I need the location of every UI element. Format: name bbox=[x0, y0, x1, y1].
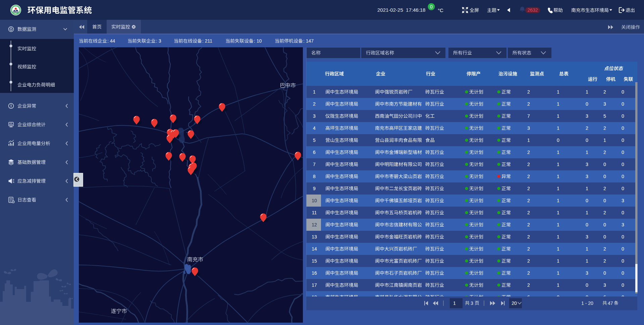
svg-text:1: 1 bbox=[557, 113, 559, 119]
svg-text:1: 1 bbox=[586, 246, 588, 252]
svg-text:1: 1 bbox=[586, 258, 588, 264]
svg-text:0: 0 bbox=[622, 113, 624, 119]
svg-text:: 147: : 147 bbox=[303, 38, 314, 44]
svg-text:1: 1 bbox=[603, 138, 606, 143]
svg-text:1: 1 bbox=[557, 174, 559, 179]
svg-text:3: 3 bbox=[586, 234, 588, 239]
svg-text:2: 2 bbox=[527, 186, 530, 191]
svg-text:1: 1 bbox=[586, 186, 588, 191]
svg-text:2: 2 bbox=[603, 125, 606, 131]
svg-text:20: 20 bbox=[512, 301, 517, 306]
svg-text:0: 0 bbox=[586, 101, 588, 107]
svg-text:3: 3 bbox=[471, 301, 473, 306]
svg-text:0: 0 bbox=[603, 222, 606, 227]
svg-text:2: 2 bbox=[527, 101, 530, 107]
svg-text:0: 0 bbox=[622, 186, 624, 191]
svg-text:1: 1 bbox=[557, 101, 559, 107]
svg-text:3: 3 bbox=[586, 270, 588, 276]
svg-text:1: 1 bbox=[557, 222, 559, 227]
svg-text:16: 16 bbox=[312, 270, 317, 276]
svg-text:1: 1 bbox=[557, 258, 559, 264]
svg-text:0: 0 bbox=[622, 210, 624, 215]
svg-text:3: 3 bbox=[603, 282, 606, 288]
svg-text:0: 0 bbox=[622, 101, 624, 107]
svg-text:2: 2 bbox=[527, 246, 530, 252]
svg-text:4: 4 bbox=[313, 125, 316, 131]
svg-text:2: 2 bbox=[603, 210, 606, 215]
svg-text:3: 3 bbox=[586, 113, 588, 119]
svg-text:0: 0 bbox=[586, 222, 588, 227]
svg-text:9: 9 bbox=[313, 186, 316, 191]
svg-text:0: 0 bbox=[622, 125, 624, 131]
svg-text:2: 2 bbox=[603, 89, 606, 95]
svg-text:2: 2 bbox=[527, 258, 530, 264]
svg-text:2: 2 bbox=[527, 282, 530, 288]
svg-text:2: 2 bbox=[527, 270, 530, 276]
svg-text:2: 2 bbox=[586, 125, 588, 131]
svg-text:1: 1 bbox=[557, 162, 559, 167]
svg-text:: 211: : 211 bbox=[202, 38, 212, 44]
svg-text:1: 1 bbox=[453, 301, 456, 306]
svg-text:2: 2 bbox=[527, 210, 530, 215]
svg-text:1: 1 bbox=[586, 210, 588, 215]
svg-text:0: 0 bbox=[603, 174, 606, 179]
svg-text:1: 1 bbox=[586, 89, 588, 95]
svg-text:0: 0 bbox=[586, 282, 588, 288]
svg-text:47: 47 bbox=[608, 301, 613, 306]
svg-text:2: 2 bbox=[527, 234, 530, 239]
svg-text:2: 2 bbox=[527, 222, 530, 227]
svg-text:2: 2 bbox=[527, 150, 530, 155]
svg-text:1: 1 bbox=[557, 210, 559, 215]
svg-text:17: 17 bbox=[312, 282, 317, 288]
svg-text:0: 0 bbox=[622, 258, 624, 264]
svg-text:1: 1 bbox=[586, 150, 588, 155]
svg-text:2: 2 bbox=[527, 89, 530, 95]
svg-text:0: 0 bbox=[603, 162, 606, 167]
svg-text:1: 1 bbox=[557, 125, 559, 131]
svg-text:2: 2 bbox=[527, 198, 530, 203]
svg-text:2: 2 bbox=[603, 186, 606, 191]
svg-text:3: 3 bbox=[586, 162, 588, 167]
svg-text:2: 2 bbox=[527, 174, 530, 179]
svg-text:0: 0 bbox=[603, 234, 606, 239]
svg-text:0: 0 bbox=[586, 138, 588, 143]
svg-text:: 3: : 3 bbox=[156, 38, 161, 44]
svg-text:: 44: : 44 bbox=[107, 38, 115, 44]
svg-text:7: 7 bbox=[313, 162, 316, 167]
svg-text:0: 0 bbox=[586, 198, 588, 203]
svg-text:0: 0 bbox=[622, 174, 624, 179]
svg-text:1: 1 bbox=[557, 198, 559, 203]
svg-text:5: 5 bbox=[603, 113, 606, 119]
svg-text:0: 0 bbox=[622, 162, 624, 167]
svg-text:0: 0 bbox=[557, 138, 559, 143]
svg-text:0: 0 bbox=[622, 282, 624, 288]
svg-text:1: 1 bbox=[557, 234, 559, 239]
svg-text:6: 6 bbox=[313, 150, 316, 155]
svg-text:14: 14 bbox=[312, 246, 317, 252]
svg-text:1: 1 bbox=[557, 246, 559, 252]
svg-text:2: 2 bbox=[603, 246, 606, 252]
svg-text:2: 2 bbox=[603, 258, 606, 264]
svg-text:0: 0 bbox=[622, 150, 624, 155]
svg-text:3: 3 bbox=[603, 101, 606, 107]
svg-text:°C: °C bbox=[438, 7, 443, 13]
svg-text:0: 0 bbox=[430, 4, 433, 9]
svg-text:2021-02-25 17:46:18: 2021-02-25 17:46:18 bbox=[377, 7, 425, 13]
svg-text:0: 0 bbox=[622, 89, 624, 95]
svg-text:2: 2 bbox=[603, 150, 606, 155]
svg-text:2632: 2632 bbox=[527, 7, 538, 13]
svg-text:3: 3 bbox=[586, 174, 588, 179]
svg-text:1 - 20: 1 - 20 bbox=[581, 301, 593, 306]
svg-text:1: 1 bbox=[557, 282, 559, 288]
svg-text:1: 1 bbox=[557, 150, 559, 155]
svg-text:1: 1 bbox=[557, 186, 559, 191]
svg-text:0: 0 bbox=[603, 270, 606, 276]
svg-text:12: 12 bbox=[312, 222, 317, 227]
svg-text:3: 3 bbox=[527, 125, 530, 131]
svg-text:3: 3 bbox=[622, 198, 624, 203]
svg-text:0: 0 bbox=[622, 234, 624, 239]
svg-text:0: 0 bbox=[603, 198, 606, 203]
svg-text:8: 8 bbox=[313, 174, 316, 179]
svg-text:1: 1 bbox=[313, 89, 316, 95]
svg-text:: 10: : 10 bbox=[254, 38, 262, 44]
